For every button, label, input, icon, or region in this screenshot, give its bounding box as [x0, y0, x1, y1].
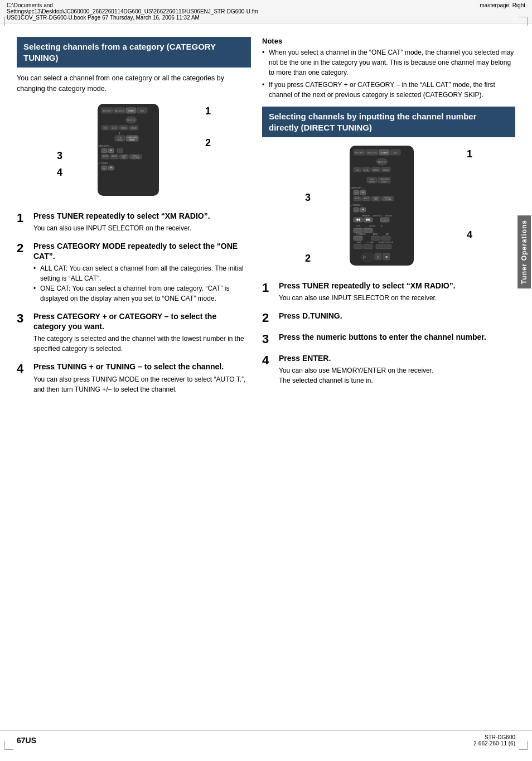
step-label-1-left: 1	[205, 105, 211, 117]
right-step-num-4: 4	[262, 354, 274, 367]
svg-text:12: 12	[380, 225, 383, 228]
right-step-2: 2 Press D.TUNING.	[262, 311, 515, 324]
svg-text:CH.D.SKIP: CH.D.SKIP	[131, 157, 139, 159]
right-step-num-2: 2	[262, 312, 274, 324]
left-step-desc-4: You can also press TUNING MODE on the re…	[33, 374, 251, 394]
notes-title: Notes	[262, 37, 515, 45]
header-left: C:\Documents and Settings\pc13\Desktop\J…	[7, 2, 258, 21]
svg-text:ENTER: ENTER	[385, 215, 392, 217]
crop-mark-tr	[519, 17, 528, 26]
svg-text:+: +	[110, 148, 112, 152]
left-step-title-2: Press CATEGORY MODE repeatedly to select…	[33, 241, 251, 261]
svg-text:TUNER: TUNER	[381, 152, 388, 154]
page-footer: 67US STR-DG600 2-662-260-11 (6)	[0, 730, 532, 750]
svg-text:+: +	[362, 190, 364, 194]
left-section-title: Selecting channels from a category (CATE…	[17, 37, 251, 68]
svg-text:TUNER: TUNER	[128, 110, 135, 112]
remote-diagram-left: MD/TAPE SA-CD/CD TUNER AUX MULTI CH 2CH	[17, 101, 251, 203]
step-label-3-left: 3	[57, 150, 62, 162]
remote-svg-left: MD/TAPE SA-CD/CD TUNER AUX MULTI CH 2CH	[67, 101, 201, 201]
left-step-title-1: Press TUNER repeatedly to select “XM RAD…	[33, 211, 251, 221]
left-step-title-3: Press CATEGORY + or CATEGORY – to select…	[33, 311, 251, 331]
remote-svg-right: MD/TAPE SA-CD/CD TUNER AUX MULTI CH 2CH	[316, 143, 461, 271]
step-label-2-left: 2	[205, 137, 211, 149]
svg-text:— TUNING —: — TUNING —	[350, 204, 363, 206]
step-label-2-right: 2	[305, 253, 311, 264]
svg-rect-110	[354, 236, 362, 240]
left-step-title-4: Press TUNING + or TUNING – to select the…	[33, 362, 251, 372]
svg-text:⏮: ⏮	[356, 217, 360, 222]
right-section-title: Selecting channels by inputting the chan…	[262, 107, 515, 137]
right-step-content-2: Press D.TUNING.	[279, 311, 515, 323]
svg-text:TIME: TIME	[374, 199, 378, 201]
notes-section: Notes When you select a channel in the “…	[262, 37, 515, 100]
main-content: Selecting channels from a category (CATE…	[0, 26, 532, 413]
left-step-num-2: 2	[17, 242, 29, 254]
svg-text:←: ←	[118, 149, 122, 152]
left-step-num-4: 4	[17, 363, 29, 375]
left-bullet-2-0: ALL CAT: You can select a channel from a…	[33, 263, 251, 283]
remote-wrap-right: MD/TAPE SA-CD/CD TUNER AUX MULTI CH 2CH	[316, 143, 461, 273]
footer-page: 67US	[17, 736, 36, 745]
left-step-3: 3 Press CATEGORY + or CATEGORY – to sele…	[17, 311, 251, 354]
svg-text:ANGLE: ANGLE	[112, 155, 117, 157]
svg-rect-116	[354, 244, 362, 249]
left-step-desc-1: You can also use INPUT SELECTOR on the r…	[33, 223, 251, 233]
svg-text:— CATEGORY —: — CATEGORY —	[96, 145, 112, 147]
svg-rect-111	[371, 236, 380, 240]
right-step-title-1: Press TUNER repeatedly to select “XM RAD…	[279, 281, 515, 291]
right-step-content-1: Press TUNER repeatedly to select “XM RAD…	[279, 281, 515, 303]
right-step-content-4: Press ENTER. You can also use MEMORY/ENT…	[279, 353, 515, 386]
right-step-title-3: Press the numeric buttons to enter the c…	[279, 332, 515, 342]
svg-rect-117	[364, 244, 373, 249]
left-step-2: 2 Press CATEGORY MODE repeatedly to sele…	[17, 241, 251, 304]
right-step-desc-4: You can also use MEMORY/ENTER on the rec…	[279, 365, 515, 386]
right-step-4: 4 Press ENTER. You can also use MEMORY/E…	[262, 353, 515, 386]
svg-text:MUSIC: MUSIC	[131, 127, 137, 129]
left-step-num-3: 3	[17, 312, 29, 325]
step-label-4-right: 4	[467, 229, 472, 241]
svg-text:MOVIE: MOVIE	[121, 127, 127, 129]
svg-text:SA-CD/CD: SA-CD/CD	[367, 152, 377, 154]
svg-text:A.F.D.: A.F.D.	[364, 169, 369, 171]
svg-text:CLEAR: CLEAR	[367, 242, 374, 244]
svg-rect-112	[381, 236, 390, 240]
svg-text:▷: ▷	[363, 254, 367, 259]
left-step-content-4: Press TUNING + or TUNING – to select the…	[33, 362, 251, 394]
svg-text:MUSIC: MUSIC	[383, 169, 389, 171]
svg-text:AUX: AUX	[393, 152, 398, 154]
left-section-intro: You can select a channel from one catego…	[17, 73, 251, 94]
svg-text:⏸: ⏸	[376, 255, 380, 259]
svg-text:MODE: MODE	[382, 181, 387, 183]
left-step-desc-3: The category is selected and the channel…	[33, 334, 251, 354]
svg-text:>10/11: >10/11	[369, 225, 375, 227]
svg-text:ANGLE: ANGLE	[364, 198, 369, 200]
left-step-content-1: Press TUNER repeatedly to select “XM RAD…	[33, 211, 251, 233]
right-column: Notes When you select a channel in the “…	[262, 37, 515, 402]
header-path1: C:\Documents and	[7, 2, 258, 8]
step-label-1-right: 1	[467, 148, 472, 160]
svg-text:TIME: TIME	[122, 157, 125, 159]
svg-text:MONO: MONO	[117, 139, 123, 141]
right-step-3: 3 Press the numeric buttons to enter the…	[262, 332, 515, 345]
svg-text:A.F.D.: A.F.D.	[112, 127, 117, 129]
left-step-bullets-2: ALL CAT: You can select a channel from a…	[33, 263, 251, 304]
left-step-4: 4 Press TUNING + or TUNING – to select t…	[17, 362, 251, 394]
page-header: C:\Documents and Settings\pc13\Desktop\J…	[0, 0, 532, 23]
svg-text:SUBTITLE: SUBTITLE	[373, 215, 383, 217]
svg-text:ALT: ALT	[386, 233, 390, 235]
left-step-num-1: 1	[17, 212, 29, 224]
right-steps-list: 1 Press TUNER repeatedly to select “XM R…	[262, 281, 515, 386]
svg-text:■: ■	[385, 255, 388, 259]
crop-mark-tl	[4, 17, 13, 26]
right-step-title-2: Press D.TUNING.	[279, 311, 515, 321]
right-step-content-3: Press the numeric buttons to enter the c…	[279, 332, 515, 344]
svg-text:2CH: 2CH	[356, 169, 359, 171]
header-path2: Settings\pc13\Desktop\JC060000_266226011…	[7, 8, 258, 15]
right-step-1: 1 Press TUNER repeatedly to select “XM R…	[262, 281, 515, 303]
right-step-desc-1: You can also use INPUT SELECTOR on the r…	[279, 293, 515, 303]
svg-text:2: 2	[119, 132, 120, 135]
svg-text:2CH: 2CH	[104, 127, 107, 129]
footer-model: STR-DG600	[473, 734, 515, 740]
svg-text:AUDIO: AUDIO	[103, 155, 108, 157]
